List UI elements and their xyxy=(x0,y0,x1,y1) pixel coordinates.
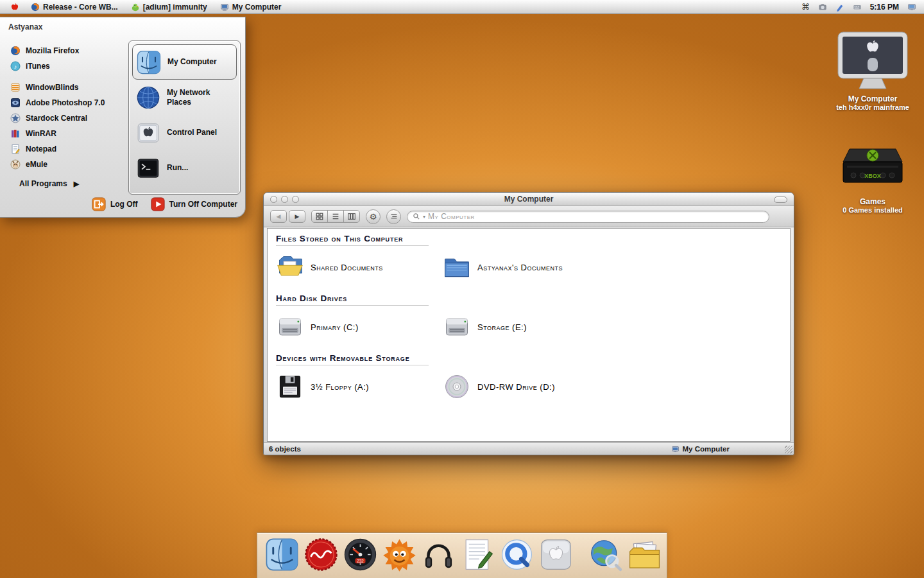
place-label: Run... xyxy=(167,163,188,173)
drive-item-primary-c[interactable]: Primary (C:) xyxy=(276,313,443,341)
dock: 232 xyxy=(257,532,667,578)
place-item-run[interactable]: Run... xyxy=(132,150,237,186)
search-field[interactable]: ▾ My Computer xyxy=(407,211,769,223)
start-menu-item-windowblinds[interactable]: WindowBlinds xyxy=(5,80,126,95)
turn-off-icon xyxy=(151,197,165,211)
desktop-icon-title: Games xyxy=(830,197,915,206)
window-title: My Computer xyxy=(504,195,554,204)
zoom-button[interactable] xyxy=(292,196,299,203)
desktop-icon-my-computer[interactable]: My Computer teh h4xx0r mainframe xyxy=(830,31,915,111)
command-menu-icon[interactable]: ⌘ xyxy=(801,2,810,12)
all-programs-label: All Programs xyxy=(19,179,67,188)
column-view-button[interactable] xyxy=(343,210,360,223)
apple-app-icon xyxy=(538,537,574,572)
window-titlebar[interactable]: My Computer xyxy=(264,193,794,206)
dock-item-file-stack[interactable] xyxy=(627,537,662,572)
keyboard-viewer-icon[interactable] xyxy=(853,3,862,12)
close-button[interactable] xyxy=(270,196,277,203)
menubar-item-adium[interactable]: [adium] immunity xyxy=(124,0,214,13)
display-menu-icon[interactable] xyxy=(907,3,916,12)
file-item-astyanax-documents[interactable]: Astyanax's Documents xyxy=(443,253,782,281)
menubar-item-firefox[interactable]: Release - Core WB... xyxy=(24,0,124,13)
drive-item-floppy-a[interactable]: 3½ Floppy (A:) xyxy=(276,372,443,401)
dock-item-textedit[interactable] xyxy=(460,537,495,572)
desktop-icon-games[interactable]: XBOX Games 0 Games installed xyxy=(830,140,915,214)
dock-item-flame-monster[interactable] xyxy=(382,537,417,572)
apple-logo-icon xyxy=(10,3,19,12)
log-off-icon xyxy=(92,197,106,211)
icon-view-button[interactable] xyxy=(311,210,328,223)
start-menu-app-list: Mozilla Firefox ♪ iTunes WindowBlinds xyxy=(5,43,126,172)
dock-item-coca-cola[interactable] xyxy=(304,537,339,572)
dvd-disc-icon xyxy=(443,372,471,401)
back-button[interactable]: ◀ xyxy=(270,210,287,223)
start-menu-item-photoshop[interactable]: Adobe Photoshop 7.0 xyxy=(5,95,126,110)
dock-item-apple-app[interactable] xyxy=(538,537,574,572)
window-content: Files Stored on This Computer Shared Doc… xyxy=(267,228,791,442)
dock-item-quicktime[interactable] xyxy=(499,537,535,572)
place-label: Control Panel xyxy=(167,128,217,137)
back-arrow-icon: ◀ xyxy=(277,213,281,220)
dock-item-web-search[interactable] xyxy=(588,537,623,572)
section-hard-disks: Hard Disk Drives Primary (C xyxy=(276,293,782,341)
grid-view-icon xyxy=(315,212,324,221)
resize-grip[interactable] xyxy=(785,446,792,453)
camera-icon[interactable] xyxy=(818,3,827,12)
actions-gear-button[interactable]: ⚙ xyxy=(366,209,381,224)
adium-duck-icon xyxy=(131,3,140,12)
folder-files-icon xyxy=(627,537,662,572)
start-menu-item-winrar[interactable]: WinRAR xyxy=(5,126,126,141)
bottle-cap-icon xyxy=(304,537,339,572)
file-item-label: Shared Documents xyxy=(311,263,383,272)
start-menu-username: Astyanax xyxy=(8,22,42,31)
place-item-control-panel[interactable]: Control Panel xyxy=(132,115,237,150)
desktop-icon-subtitle: teh h4xx0r mainframe xyxy=(830,103,915,111)
file-item-shared-documents[interactable]: Shared Documents xyxy=(276,253,443,281)
all-programs-arrow-icon: ▶ xyxy=(74,180,79,188)
dock-item-finder[interactable] xyxy=(264,537,300,572)
menubar-item-my-computer[interactable]: My Computer xyxy=(214,0,288,13)
cinema-display-icon xyxy=(834,31,912,92)
search-scope-caret-icon: ▾ xyxy=(423,214,425,220)
start-menu-item-firefox[interactable]: Mozilla Firefox xyxy=(5,43,126,58)
window-controls xyxy=(270,196,299,203)
firefox-icon xyxy=(31,3,40,12)
floppy-disk-icon xyxy=(276,372,304,401)
menubar-clock[interactable]: 5:16 PM xyxy=(870,3,899,12)
hard-disk-icon xyxy=(276,313,304,341)
turn-off-label: Turn Off Computer xyxy=(169,200,237,209)
turn-off-computer-button[interactable]: Turn Off Computer xyxy=(151,197,237,211)
shared-documents-folder-icon xyxy=(276,253,304,281)
network-globe-icon xyxy=(135,85,161,110)
dock-item-headphones[interactable] xyxy=(421,537,456,572)
minimize-button[interactable] xyxy=(281,196,288,203)
collapse-button[interactable] xyxy=(774,197,787,203)
nav-buttons: ◀ ▶ xyxy=(270,210,305,223)
drive-item-storage-e[interactable]: Storage (E:) xyxy=(443,313,782,341)
window-statusbar: 6 objects My Computer xyxy=(264,442,794,455)
winrar-icon xyxy=(10,128,21,139)
section-files-stored: Files Stored on This Computer Shared Doc… xyxy=(276,234,782,281)
start-menu-item-stardock[interactable]: Stardock Central xyxy=(5,110,126,126)
start-menu-item-emule[interactable]: eMule xyxy=(5,157,126,172)
place-item-network-places[interactable]: My Network Places xyxy=(132,80,237,115)
forward-button[interactable]: ▶ xyxy=(289,210,305,223)
ink-pen-icon[interactable] xyxy=(835,3,844,12)
organize-button[interactable] xyxy=(386,209,401,224)
apple-menu[interactable] xyxy=(5,0,24,13)
hard-disk-icon xyxy=(443,313,471,341)
dock-item-dashboard-gauge[interactable]: 232 xyxy=(343,537,378,572)
start-menu-item-notepad[interactable]: Notepad xyxy=(5,141,126,157)
desktop-icon-title: My Computer xyxy=(830,94,915,103)
drive-item-dvd-d[interactable]: DVD-RW Drive (D:) xyxy=(443,372,782,401)
all-programs-button[interactable]: All Programs ▶ xyxy=(19,179,79,188)
place-label: My Computer xyxy=(167,57,217,67)
log-off-button[interactable]: Log Off xyxy=(92,197,138,211)
control-panel-icon xyxy=(135,120,161,146)
outline-lines-icon xyxy=(389,212,398,221)
start-menu-footer: Log Off Turn Off Computer xyxy=(83,196,237,213)
place-item-my-computer[interactable]: My Computer xyxy=(132,44,237,80)
list-view-button[interactable] xyxy=(327,210,344,223)
globe-magnifier-icon xyxy=(588,537,623,572)
start-menu-item-itunes[interactable]: ♪ iTunes xyxy=(5,58,126,74)
